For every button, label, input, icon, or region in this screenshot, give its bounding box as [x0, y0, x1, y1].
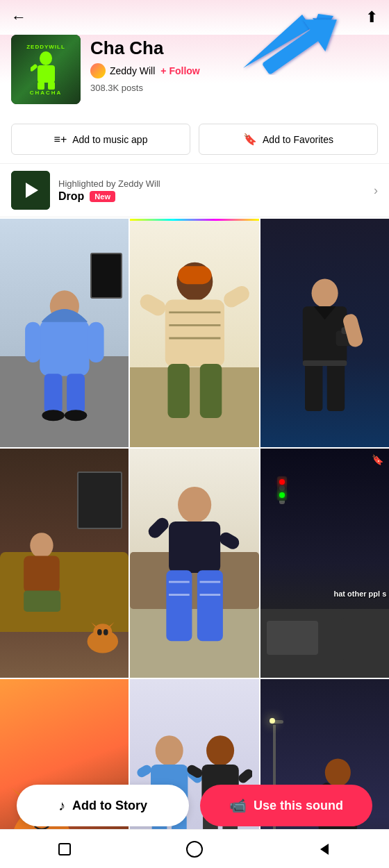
artist-row: Zeddy Will + Follow — [90, 63, 378, 78]
music-icon: ≡+ — [54, 133, 67, 146]
highlighted-section[interactable]: Highlighted by Zeddy Will Drop New › — [0, 164, 389, 217]
camera-icon: 📹 — [229, 797, 247, 814]
svg-point-44 — [104, 629, 108, 635]
action-buttons-row: ≡+ Add to music app 🔖 Add to Favorites — [0, 115, 389, 164]
svg-point-45 — [178, 487, 211, 523]
person-pajamas — [143, 460, 246, 678]
save-icon-overlay: 🔖 — [372, 454, 383, 465]
highlighted-by-label: Highlighted by Zeddy Will — [58, 178, 365, 189]
square-icon — [57, 842, 72, 857]
svg-point-40 — [94, 624, 113, 639]
add-story-label: Add to Story — [72, 799, 147, 813]
svg-rect-26 — [221, 283, 252, 310]
posts-count: 308.3K posts — [90, 83, 378, 93]
album-label-top: ZEDDYWILL — [26, 44, 65, 50]
svg-point-36 — [30, 533, 53, 558]
highlight-title: Drop — [58, 190, 84, 203]
bookmark-icon: 🔖 — [243, 133, 257, 146]
video-cell-6[interactable]: hat other ppl s 🔖 — [260, 449, 389, 677]
svg-rect-24 — [199, 364, 222, 418]
svg-rect-33 — [326, 361, 344, 410]
album-label-bottom: CHACHA — [30, 90, 63, 96]
highlight-info: Highlighted by Zeddy Will Drop New — [58, 178, 365, 203]
svg-rect-47 — [146, 515, 172, 541]
artist-avatar — [90, 63, 106, 78]
follow-button[interactable]: + Follow — [160, 65, 199, 76]
svg-rect-10 — [40, 320, 89, 376]
svg-point-13 — [42, 410, 64, 421]
sound-title: Cha Cha — [90, 37, 378, 59]
svg-rect-11 — [44, 374, 62, 414]
music-note-icon: ♪ — [58, 798, 65, 814]
artist-name: Zeddy Will — [110, 65, 155, 76]
svg-rect-7 — [31, 63, 38, 72]
svg-point-14 — [65, 410, 87, 421]
use-sound-label: Use this sound — [254, 799, 343, 813]
svg-rect-15 — [25, 322, 41, 362]
highlight-title-row: Drop New — [58, 190, 365, 203]
use-this-sound-button[interactable]: 📹 Use this sound — [200, 785, 372, 826]
person-dancing — [137, 242, 253, 448]
svg-point-27 — [311, 278, 338, 307]
nav-home-button[interactable] — [185, 840, 204, 859]
add-music-label: Add to music app — [72, 134, 147, 145]
video-text-overlay: hat other ppl s — [334, 590, 387, 598]
add-favorites-label: Add to Favorites — [263, 134, 333, 145]
svg-rect-12 — [67, 374, 85, 414]
svg-rect-25 — [137, 292, 168, 319]
svg-rect-32 — [305, 361, 322, 410]
svg-rect-67 — [137, 763, 153, 778]
add-to-story-button[interactable]: ♪ Add to Story — [17, 785, 189, 826]
svg-point-82 — [187, 842, 202, 857]
svg-rect-46 — [169, 521, 220, 573]
album-figure — [31, 51, 62, 90]
chevron-right-icon: › — [374, 183, 378, 198]
svg-point-69 — [206, 735, 234, 765]
video-cell-4[interactable] — [0, 449, 129, 677]
add-to-favorites-button[interactable]: 🔖 Add to Favorites — [199, 124, 378, 155]
share-button[interactable]: ⬆ — [365, 8, 378, 26]
album-art: ZEDDYWILL CHACHA — [11, 35, 81, 104]
add-to-music-button[interactable]: ≡+ Add to music app — [11, 124, 190, 155]
video-cell-3[interactable] — [260, 219, 389, 447]
video-cell-2[interactable] — [130, 219, 258, 447]
sound-info-section: ZEDDYWILL CHACHA Cha Cha Zeddy Will + Fo… — [0, 35, 389, 115]
video-cell-1[interactable] — [0, 219, 129, 447]
header: ← ⬆ — [0, 0, 389, 35]
svg-rect-5 — [38, 82, 44, 90]
person-formal — [286, 247, 363, 448]
nav-square-button[interactable] — [55, 840, 74, 859]
svg-point-43 — [97, 629, 102, 635]
svg-rect-81 — [59, 844, 70, 855]
svg-rect-4 — [38, 65, 55, 83]
svg-rect-18 — [178, 266, 211, 284]
svg-rect-38 — [24, 590, 60, 611]
back-button[interactable]: ← — [11, 8, 26, 26]
cat-figure — [83, 609, 122, 666]
svg-rect-19 — [165, 299, 224, 366]
highlight-thumbnail — [11, 171, 50, 210]
video-grid: hat other ppl s 🔖 — [0, 219, 389, 868]
svg-marker-8 — [26, 183, 38, 198]
svg-rect-6 — [48, 82, 55, 90]
nav-back-button[interactable] — [315, 840, 334, 859]
svg-point-3 — [40, 51, 52, 65]
navigation-bar — [0, 829, 389, 868]
svg-rect-23 — [167, 364, 190, 418]
circle-icon — [185, 840, 204, 858]
sound-details: Cha Cha Zeddy Will + Follow 308.3K posts — [90, 35, 378, 93]
svg-rect-34 — [303, 360, 347, 366]
svg-point-75 — [324, 758, 350, 786]
bottom-actions: ♪ Add to Story 📹 Use this sound — [0, 785, 389, 826]
new-badge: New — [90, 191, 115, 202]
svg-rect-48 — [217, 530, 242, 551]
back-triangle-icon — [317, 842, 331, 856]
svg-point-63 — [155, 735, 183, 765]
svg-marker-83 — [320, 844, 329, 855]
play-icon — [20, 180, 41, 201]
video-cell-5[interactable] — [130, 449, 258, 677]
svg-rect-37 — [24, 556, 60, 592]
svg-rect-16 — [88, 322, 104, 362]
person-sitting — [13, 506, 71, 644]
svg-rect-74 — [236, 767, 252, 785]
